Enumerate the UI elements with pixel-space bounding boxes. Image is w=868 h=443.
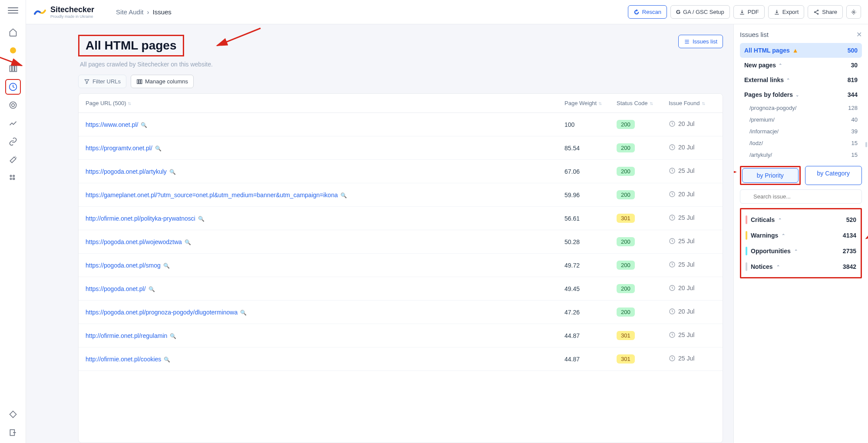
col-status-header[interactable]: Status Code⇅ [610, 94, 662, 113]
date-cell: 25 Jul [662, 230, 723, 254]
col-url-header[interactable]: Page URL (500)⇅ [79, 94, 558, 113]
magnify-icon[interactable]: 🔍 [240, 310, 247, 316]
table-row[interactable]: https://gameplanet.onet.pl/?utm_source=o… [79, 183, 723, 207]
url-cell[interactable]: https://www.onet.pl/🔍 [79, 113, 558, 136]
table-row[interactable]: https://pogoda.onet.pl/prognoza-pogody/d… [79, 301, 723, 324]
nav-diamond-icon[interactable] [5, 407, 21, 422]
magnify-icon[interactable]: 🔍 [141, 122, 147, 128]
search-issue-input[interactable] [740, 189, 862, 204]
priority-row[interactable]: Opportunities⌃2735 [743, 243, 859, 259]
svg-rect-24 [141, 79, 142, 83]
status-cell: 200 [610, 301, 662, 324]
svg-line-39 [866, 223, 868, 238]
url-cell[interactable]: https://pogoda.onet.pl/🔍 [79, 277, 558, 301]
issues-panel-title: Issues list [740, 31, 769, 38]
folder-item[interactable]: /artykuly/15 [740, 149, 862, 161]
chevron-up-icon: ⌃ [778, 218, 782, 222]
table-row[interactable]: https://programtv.onet.pl/🔍85.5420020 Ju… [79, 136, 723, 160]
weight-cell: 59.96 [558, 183, 610, 207]
magnify-icon[interactable]: 🔍 [163, 263, 170, 269]
col-issue-header[interactable]: Issue Found⇅ [662, 94, 723, 113]
magnify-icon[interactable]: 🔍 [340, 192, 347, 198]
nav-target-icon[interactable] [5, 97, 21, 113]
stat-external-links[interactable]: External links⌃ 819 [740, 73, 862, 87]
issues-list-button[interactable]: Issues list [678, 35, 723, 48]
magnify-icon[interactable]: 🔍 [198, 216, 205, 222]
scrollbar-thumb[interactable] [865, 142, 867, 147]
svg-point-3 [10, 102, 16, 109]
nav-speed-icon[interactable] [5, 79, 21, 95]
logo-subtitle: Proudly made in Ukraine [50, 14, 94, 19]
magnify-icon[interactable]: 🔍 [155, 145, 162, 152]
toggle-by-category[interactable]: by Category [805, 166, 862, 185]
table-row[interactable]: http://ofirmie.onet.pl/cookies🔍44.873012… [79, 347, 723, 371]
url-cell[interactable]: https://pogoda.onet.pl/smog🔍 [79, 254, 558, 277]
breadcrumb-separator: › [147, 8, 149, 16]
url-cell[interactable]: http://ofirmie.onet.pl/cookies🔍 [79, 347, 558, 371]
nav-dot-icon[interactable] [5, 43, 21, 58]
status-cell: 301 [610, 347, 662, 371]
pdf-button[interactable]: PDF [733, 5, 765, 19]
date-cell: 25 Jul [662, 347, 723, 371]
url-cell[interactable]: https://pogoda.onet.pl/prognoza-pogody/d… [79, 301, 558, 324]
svg-rect-23 [139, 79, 140, 83]
nav-trend-icon[interactable] [5, 116, 21, 131]
priority-row[interactable]: Criticals⌃520 [743, 212, 859, 228]
toggle-by-priority[interactable]: by Priority [742, 168, 799, 183]
table-row[interactable]: https://pogoda.onet.pl/wojewodztwa🔍50.28… [79, 230, 723, 254]
table-row[interactable]: https://www.onet.pl/🔍10020020 Jul [79, 113, 723, 136]
svg-point-6 [13, 175, 14, 176]
priority-row[interactable]: Warnings⌃4134 [743, 228, 859, 243]
nav-home-icon[interactable] [5, 24, 21, 40]
table-row[interactable]: https://pogoda.onet.pl/smog🔍49.7220025 J… [79, 254, 723, 277]
manage-columns-button[interactable]: Manage columns [131, 75, 194, 88]
url-cell[interactable]: http://ofirmie.onet.pl/polityka-prywatno… [79, 207, 558, 230]
url-cell[interactable]: https://gameplanet.onet.pl/?utm_source=o… [79, 183, 558, 207]
logo[interactable]: Sitechecker Proudly made in Ukraine [33, 5, 94, 19]
table-row[interactable]: http://ofirmie.onet.pl/regulamin🔍44.8730… [79, 324, 723, 347]
svg-point-12 [818, 13, 818, 14]
filter-urls-button[interactable]: Filter URLs [78, 75, 126, 88]
priority-row[interactable]: Notices⌃3842 [743, 259, 859, 274]
folder-item[interactable]: /informacje/39 [740, 126, 862, 137]
table-row[interactable]: https://pogoda.onet.pl/🔍49.4520020 Jul [79, 277, 723, 301]
nav-apps-icon[interactable] [5, 170, 21, 186]
hamburger-menu-icon[interactable] [8, 5, 18, 16]
close-icon[interactable]: ✕ [856, 30, 862, 39]
settings-button[interactable] [846, 5, 861, 19]
nav-magic-icon[interactable] [5, 152, 21, 168]
folder-item[interactable]: /lodz/15 [740, 137, 862, 149]
magnify-icon[interactable]: 🔍 [149, 286, 155, 292]
table-row[interactable]: http://ofirmie.onet.pl/polityka-prywatno… [79, 207, 723, 230]
nav-columns-icon[interactable] [5, 61, 21, 76]
stat-all-html[interactable]: All HTML pages▲ 500 [740, 43, 862, 58]
magnify-icon[interactable]: 🔍 [169, 169, 176, 175]
share-button[interactable]: Share [808, 5, 843, 19]
ga-gsc-button[interactable]: GGA / GSC Setup [670, 5, 730, 19]
magnify-icon[interactable]: 🔍 [185, 239, 191, 245]
weight-cell: 44.87 [558, 347, 610, 371]
rescan-button[interactable]: Rescan [628, 5, 667, 19]
export-button[interactable]: Export [768, 5, 805, 19]
svg-point-4 [11, 104, 14, 107]
status-cell: 200 [610, 160, 662, 183]
folder-item[interactable]: /prognoza-pogody/128 [740, 102, 862, 114]
url-cell[interactable]: https://pogoda.onet.pl/artykuly🔍 [79, 160, 558, 183]
table-row[interactable]: https://pogoda.onet.pl/artykuly🔍67.06200… [79, 160, 723, 183]
stat-new-pages[interactable]: New pages⌃ 30 [740, 58, 862, 73]
url-cell[interactable]: http://ofirmie.onet.pl/regulamin🔍 [79, 324, 558, 347]
breadcrumb-parent[interactable]: Site Audit [116, 8, 143, 16]
nav-logout-icon[interactable] [5, 425, 21, 440]
nav-link-icon[interactable] [5, 134, 21, 149]
date-cell: 20 Jul [662, 301, 723, 324]
col-weight-header[interactable]: Page Weight⇅ [558, 94, 610, 113]
pages-table: Page URL (500)⇅ Page Weight⇅ Status Code… [78, 93, 723, 443]
stat-by-folders[interactable]: Pages by folders⌄ 344 [740, 87, 862, 102]
svg-line-18 [217, 28, 261, 46]
magnify-icon[interactable]: 🔍 [170, 333, 176, 339]
magnify-icon[interactable]: 🔍 [164, 357, 170, 363]
url-cell[interactable]: https://programtv.onet.pl/🔍 [79, 136, 558, 160]
date-cell: 20 Jul [662, 136, 723, 160]
folder-item[interactable]: /premium/40 [740, 114, 862, 126]
url-cell[interactable]: https://pogoda.onet.pl/wojewodztwa🔍 [79, 230, 558, 254]
